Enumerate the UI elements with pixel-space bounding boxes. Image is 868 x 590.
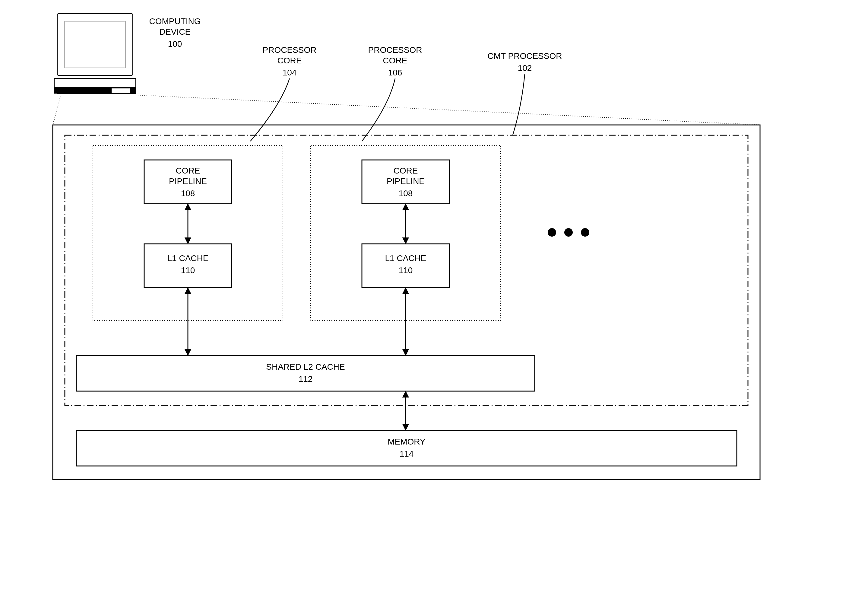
- cmt-label: CMT PROCESSOR: [488, 51, 562, 61]
- proc-core-a-num: 104: [283, 68, 297, 77]
- core-pipeline-a-num: 108: [181, 189, 195, 198]
- svg-point-8: [564, 228, 573, 237]
- cmt-num: 102: [518, 64, 532, 73]
- core-pipeline-a-l1: CORE: [176, 166, 200, 175]
- l1-cache-b-num: 110: [399, 266, 413, 275]
- svg-rect-4: [112, 89, 130, 93]
- core-pipeline-b-num: 108: [399, 189, 413, 198]
- span-right: [138, 95, 760, 125]
- svg-rect-1: [65, 21, 125, 68]
- lead-proc-core-a: [250, 78, 289, 141]
- computing-device-label-l2: DEVICE: [159, 27, 190, 37]
- proc-core-b-label-l2: CORE: [383, 56, 407, 65]
- memory-num: 114: [400, 449, 414, 458]
- core-pipeline-b-l2: PIPELINE: [387, 176, 425, 186]
- shared-l2-l1: SHARED L2 CACHE: [266, 362, 345, 371]
- svg-rect-2: [54, 78, 136, 87]
- proc-core-b-num: 106: [388, 68, 402, 77]
- svg-rect-0: [57, 13, 133, 75]
- svg-point-9: [581, 228, 589, 237]
- computing-device-num: 100: [168, 39, 182, 49]
- l1-cache-a-l1: L1 CACHE: [167, 253, 209, 263]
- ellipsis-icon: [548, 228, 589, 237]
- computing-device-label-l1: COMPUTING: [149, 16, 201, 26]
- proc-core-a-label-l1: PROCESSOR: [263, 45, 317, 55]
- memory-l1: MEMORY: [388, 437, 425, 447]
- computer-icon: [54, 13, 136, 93]
- lead-cmt: [513, 74, 525, 135]
- proc-core-b-label-l1: PROCESSOR: [368, 45, 422, 55]
- lead-proc-core-b: [362, 78, 395, 141]
- core-pipeline-b-l1: CORE: [394, 166, 418, 175]
- l1-cache-a-num: 110: [181, 266, 195, 275]
- memory-box: [76, 430, 737, 466]
- proc-core-a-label-l2: CORE: [278, 56, 302, 65]
- svg-point-7: [548, 228, 556, 237]
- shared-l2-num: 112: [298, 374, 313, 384]
- shared-l2-box: [76, 355, 535, 391]
- l1-cache-b-l1: L1 CACHE: [385, 253, 427, 263]
- span-left: [53, 96, 61, 125]
- core-b: CORE PIPELINE 108 L1 CACHE 110: [362, 160, 449, 288]
- core-a: CORE PIPELINE 108 L1 CACHE 110: [144, 160, 232, 288]
- core-pipeline-a-l2: PIPELINE: [169, 176, 207, 186]
